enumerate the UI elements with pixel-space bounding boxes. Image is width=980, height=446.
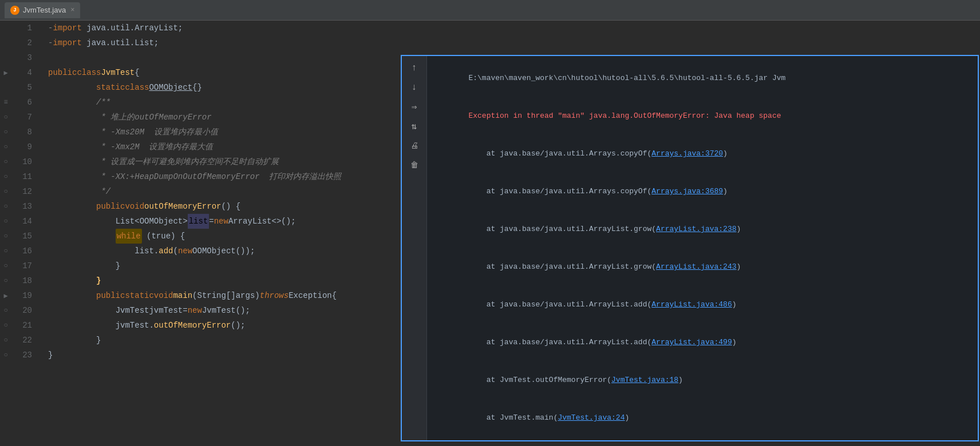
line-num-20: 20: [11, 303, 37, 318]
print-button[interactable]: 🖨: [406, 137, 423, 154]
gutter-21: ○: [0, 318, 11, 333]
gutter-4: ▶: [0, 65, 11, 80]
gutter-7: ○: [0, 110, 11, 125]
line-num-22: 22: [11, 333, 37, 348]
line-num-3: 3: [11, 50, 37, 65]
error-line-3: at java.base/java.util.Arrays.copyOf(Arr…: [433, 135, 972, 173]
error-toolbar: ↑ ↓ ⇒ ⇅ 🖨 🗑: [402, 56, 427, 440]
scroll-down-button[interactable]: ↓: [406, 79, 423, 96]
gutter-1: [0, 21, 11, 35]
gutter-6: ≡: [0, 95, 11, 110]
line-num-18: 18: [11, 273, 37, 288]
error-line-7: at java.base/java.util.ArrayList.add(Arr…: [433, 286, 972, 324]
scroll-up-button[interactable]: ↑: [406, 59, 423, 77]
line-num-14: 14: [11, 214, 37, 229]
line-num-15: 15: [11, 229, 37, 244]
tab-bar: J JvmTest.java ×: [0, 0, 980, 21]
line-num-12: 12: [11, 184, 37, 199]
line-num-19: 19: [11, 288, 37, 303]
gutter-16: ○: [0, 244, 11, 258]
line-num-1: 1: [11, 21, 37, 35]
java-file-icon: J: [10, 6, 19, 15]
gutter-13: ○: [0, 199, 11, 214]
gutter-19: ▶: [0, 288, 11, 303]
line-num-9: 9: [11, 140, 37, 154]
line-num-11: 11: [11, 169, 37, 184]
gutter-12: ○: [0, 184, 11, 199]
error-line-9: at JvmTest.outOfMemoryError(JvmTest.java…: [433, 361, 972, 399]
gutter-17: ○: [0, 258, 11, 273]
tab-title: JvmTest.java: [23, 6, 66, 14]
gutter-10: ○: [0, 154, 11, 169]
line-num-13: 13: [11, 199, 37, 214]
line-num-17: 17: [11, 258, 37, 273]
delete-button[interactable]: 🗑: [406, 157, 423, 174]
error-line-10: at JvmTest.main(JvmTest.java:24): [433, 399, 972, 437]
tab-close-button[interactable]: ×: [70, 6, 74, 14]
error-line-2: Exception in thread "main" java.lang.Out…: [433, 97, 972, 135]
line-num-23: 23: [11, 348, 37, 363]
error-line-1: E:\maven\maven_work\cn\hutool\hutool-all…: [433, 59, 972, 97]
gutter-5: [0, 80, 11, 95]
editor-area: ▶ ≡ ○ ○ ○ ○ ○ ○ ○ ○ ○ ○ ○ ○ ▶ ○ ○ ○ ○ 1 …: [0, 21, 980, 446]
line-num-8: 8: [11, 125, 37, 140]
sort-button[interactable]: ⇅: [406, 118, 423, 135]
line-num-6: 6: [11, 95, 37, 110]
gutter-23: ○: [0, 348, 11, 363]
error-output: E:\maven\maven_work\cn\hutool\hutool-all…: [427, 56, 978, 440]
line-num-2: 2: [11, 35, 37, 50]
gutter-14: ○: [0, 214, 11, 229]
line-num-16: 16: [11, 244, 37, 258]
error-panel: ↑ ↓ ⇒ ⇅ 🖨 🗑 E:\maven\maven_work\cn\hutoo…: [401, 55, 979, 441]
tab-jvmtest[interactable]: J JvmTest.java ×: [5, 2, 80, 18]
soft-wrap-button[interactable]: ⇒: [406, 98, 423, 116]
gutter-8: ○: [0, 125, 11, 140]
gutter-3: [0, 50, 11, 65]
line-num-4: 4: [11, 65, 37, 80]
gutter-15: ○: [0, 229, 11, 244]
gutter: ▶ ≡ ○ ○ ○ ○ ○ ○ ○ ○ ○ ○ ○ ○ ▶ ○ ○ ○ ○: [0, 21, 11, 446]
code-line-2: -import java.util.List;: [41, 35, 980, 50]
line-num-7: 7: [11, 110, 37, 125]
line-num-5: 5: [11, 80, 37, 95]
line-numbers: 1 2 3 4 5 6 7 8 9 10 11 12 13 14 15 16 1…: [11, 21, 41, 446]
code-line-1: -import java.util.ArrayList;: [41, 21, 980, 35]
error-line-6: at java.base/java.util.ArrayList.grow(Ar…: [433, 248, 972, 286]
gutter-18: ○: [0, 273, 11, 288]
gutter-11: ○: [0, 169, 11, 184]
line-num-21: 21: [11, 318, 37, 333]
gutter-9: ○: [0, 140, 11, 154]
gutter-22: ○: [0, 333, 11, 348]
error-line-5: at java.base/java.util.ArrayList.grow(Ar…: [433, 210, 972, 248]
line-num-10: 10: [11, 154, 37, 169]
error-line-4: at java.base/java.util.Arrays.copyOf(Arr…: [433, 173, 972, 210]
gutter-2: [0, 35, 11, 50]
error-line-8: at java.base/java.util.ArrayList.add(Arr…: [433, 324, 972, 361]
gutter-20: ○: [0, 303, 11, 318]
